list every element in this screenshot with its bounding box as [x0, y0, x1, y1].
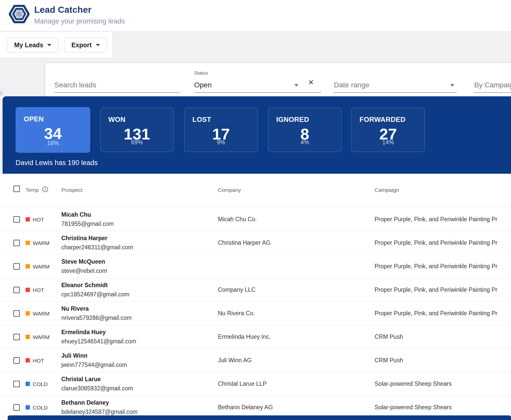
temp-label: HOT — [33, 287, 44, 293]
stat-card-open[interactable]: OPEN 34 18% — [16, 107, 90, 153]
select-all-checkbox[interactable] — [13, 185, 20, 192]
prospect-email: jwinn777544@gmail.com — [61, 361, 127, 368]
chevron-down-icon — [47, 44, 51, 46]
app-tagline: Manage your promising leads — [34, 17, 125, 25]
my-leads-label: My Leads — [14, 41, 43, 49]
temp-label: WARM — [33, 334, 50, 340]
prospect-email: bdelaney324587@gmail.com — [61, 409, 137, 415]
campaign-cell: Solar-powered Sheep Shears — [375, 380, 511, 387]
row-checkbox[interactable] — [13, 216, 20, 223]
table-row[interactable]: HOT Juli Winn jwinn777544@gmail.com Juli… — [0, 348, 511, 372]
prospect-name: Nu Rivera — [61, 305, 132, 312]
prospect-cell: Christal Larue clarue3085932@gmail.com — [61, 372, 133, 395]
prospect-cell: Micah Chu 781955@gmail.com — [61, 208, 114, 231]
stats-panel: OPEN 34 18% WON 131 69% LOST 17 9% IGNOR… — [3, 96, 511, 174]
app-title: Lead Catcher — [34, 5, 125, 15]
row-checkbox[interactable] — [13, 381, 20, 387]
prospect-name: Juli Winn — [61, 352, 127, 359]
stat-percent: 18% — [16, 140, 90, 147]
stat-percent: 14% — [352, 139, 424, 146]
info-icon[interactable]: i — [42, 186, 48, 192]
company-cell: Ermelinda Huey Inc. — [218, 333, 271, 340]
temp-indicator-icon — [26, 288, 30, 292]
table-body: HOT Micah Chu 781955@gmail.com Micah Chu… — [0, 207, 511, 419]
prospect-cell: Juli Winn jwinn777544@gmail.com — [61, 349, 127, 372]
temp-indicator-icon — [26, 241, 30, 245]
company-cell: Christina Harper AG — [218, 239, 271, 246]
temp-indicator-icon — [26, 311, 30, 316]
search-placeholder: Search leads — [54, 81, 96, 89]
lead-catcher-app: Lead Catcher Manage your promising leads… — [0, 0, 511, 420]
temp-indicator-icon — [26, 405, 30, 410]
prospect-email: 781955@gmail.com — [61, 220, 114, 227]
row-checkbox[interactable] — [13, 263, 20, 270]
stat-percent: 4% — [269, 139, 341, 146]
my-leads-dropdown-button[interactable]: My Leads — [7, 38, 59, 52]
stat-label: IGNORED — [276, 116, 309, 124]
table-row[interactable]: WARM Christina Harper charper246311@gmai… — [0, 231, 511, 254]
row-checkbox[interactable] — [13, 240, 20, 246]
stat-card-ignored[interactable]: IGNORED 8 4% — [268, 108, 342, 152]
stat-percent: 69% — [101, 139, 173, 146]
row-checkbox[interactable] — [13, 334, 20, 340]
by-campaign-label: By Campaign — [474, 81, 511, 89]
table-header: Temp i Prospect Company Campaign — [0, 174, 511, 207]
prospect-cell: Christina Harper charper246311@gmail.com — [61, 231, 133, 254]
stat-card-forwarded[interactable]: FORWARDED 27 14% — [351, 108, 425, 152]
row-checkbox[interactable] — [13, 404, 20, 411]
prospect-name: Steve McQueen — [61, 258, 107, 265]
table-row[interactable]: HOT Eleanor Schmidt cpc18524697@gmail.co… — [0, 278, 511, 301]
prospect-name: Micah Chu — [61, 211, 114, 218]
prospect-email: nrivera579286@gmail.com — [61, 314, 132, 321]
campaign-cell: Proper Purple, Pink, and Periwinkle Pain… — [375, 239, 511, 246]
by-campaign-select[interactable]: By Campaign — [474, 70, 511, 93]
export-label: Export — [71, 41, 91, 49]
prospect-email: clarue3085932@gmail.com — [61, 385, 133, 392]
temp-label: COLD — [33, 381, 48, 387]
search-leads-input[interactable]: Search leads — [54, 70, 180, 93]
campaign-cell: Proper Purple, Pink, and Periwinkle Pain… — [375, 216, 511, 223]
temp-label: HOT — [33, 358, 44, 364]
temp-indicator-icon — [26, 382, 30, 386]
company-cell: Company LLC — [218, 286, 256, 293]
stat-card-lost[interactable]: LOST 17 9% — [184, 108, 258, 152]
campaign-cell: Solar-powered Sheep Shears — [375, 404, 511, 411]
status-select[interactable]: Status Open — [194, 70, 321, 93]
stat-card-won[interactable]: WON 131 69% — [100, 108, 174, 152]
row-checkbox[interactable] — [13, 287, 20, 293]
prospect-cell: Steve McQueen steve@rebel.com — [61, 255, 107, 278]
prospect-cell: Nu Rivera nrivera579286@gmail.com — [61, 302, 132, 325]
stat-label: OPEN — [24, 115, 44, 123]
chevron-down-icon — [96, 44, 100, 46]
table-row[interactable]: HOT Micah Chu 781955@gmail.com Micah Chu… — [0, 207, 511, 231]
leads-table: Temp i Prospect Company Campaign HOT Mic… — [0, 174, 511, 420]
app-header: Lead Catcher Manage your promising leads — [0, 0, 511, 32]
company-cell: Bethann Delaney AG — [218, 404, 273, 411]
prospect-name: Christina Harper — [61, 235, 133, 242]
temp-label: COLD — [33, 405, 48, 411]
campaign-cell: CRM Push — [375, 333, 511, 340]
row-checkbox[interactable] — [13, 357, 20, 364]
temp-indicator-icon — [26, 358, 30, 363]
temp-column-header: Temp — [26, 187, 39, 193]
temp-indicator-icon — [26, 335, 30, 339]
leads-summary: David Lewis has 190 leads — [16, 159, 98, 167]
table-row[interactable]: WARM Nu Rivera nrivera579286@gmail.com N… — [0, 301, 511, 325]
stat-label: FORWARDED — [359, 116, 405, 124]
clear-status-button[interactable]: ✕ — [306, 78, 316, 87]
status-value: Open — [194, 81, 212, 89]
stat-label: WON — [108, 116, 125, 124]
campaign-cell: Proper Purple, Pink, and Periwinkle Pain… — [375, 310, 511, 317]
campaign-column-header: Campaign — [375, 187, 399, 193]
prospect-email: ehuey12546541@gmail.com — [61, 338, 136, 345]
temp-label: WARM — [33, 240, 50, 246]
date-range-select[interactable]: Date range — [334, 70, 457, 93]
export-dropdown-button[interactable]: Export — [64, 38, 107, 52]
company-cell: Nu Rivera Co. — [218, 310, 255, 317]
row-checkbox[interactable] — [13, 310, 20, 317]
table-row[interactable]: COLD Christal Larue clarue3085932@gmail.… — [0, 372, 511, 395]
prospect-name: Bethann Delaney — [61, 399, 137, 406]
table-row[interactable]: WARM Ermelinda Huey ehuey12546541@gmail.… — [0, 325, 511, 348]
table-row[interactable]: WARM Steve McQueen steve@rebel.com Prope… — [0, 254, 511, 278]
company-cell: Christal Larue LLP — [218, 380, 267, 387]
